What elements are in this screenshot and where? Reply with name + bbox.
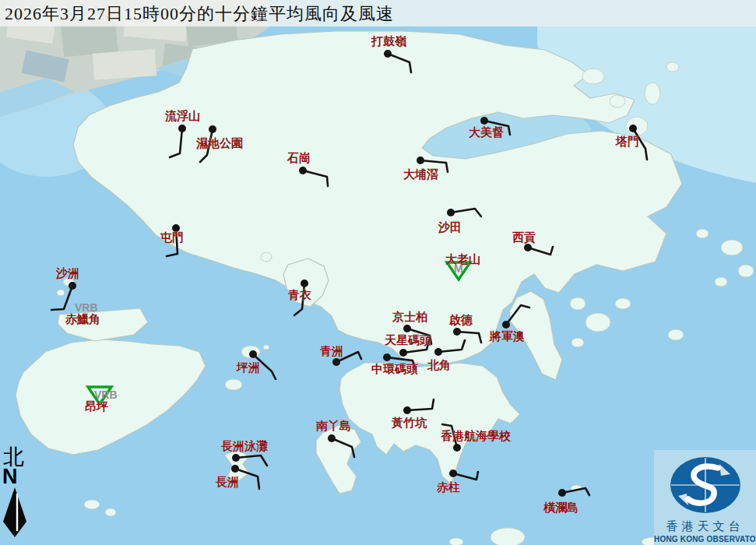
hko-logo: 香港天文台 HONG KONG OBSERVATORY bbox=[654, 450, 756, 545]
station-dot bbox=[178, 125, 186, 132]
station-dot bbox=[403, 406, 411, 414]
station-label: 將軍澳 bbox=[489, 329, 525, 343]
station-dot bbox=[299, 167, 307, 174]
station-dot bbox=[502, 321, 510, 329]
station-label: 赤鱲角 bbox=[65, 312, 100, 325]
hko-emblem-icon bbox=[668, 456, 743, 515]
station-label: 啟德 bbox=[448, 313, 473, 326]
hong-kong-wind-map: 打鼓嶺流浮山濕地公園石崗大埔滘大美督塔門沙田西貢屯門沙洲青衣京士柏啟德將軍澳天星… bbox=[0, 0, 756, 545]
station-dot bbox=[332, 358, 340, 366]
station-label: 沙田 bbox=[438, 220, 462, 234]
station-dot bbox=[232, 454, 240, 462]
station-dot bbox=[447, 209, 455, 216]
station-dot bbox=[383, 353, 391, 361]
station-label: 昂坪 bbox=[85, 399, 108, 413]
hko-english-name: HONG KONG OBSERVATORY bbox=[654, 535, 756, 543]
station-label: 石崗 bbox=[287, 151, 311, 164]
station-label: 青洲 bbox=[319, 344, 343, 357]
station-label: 沙洲 bbox=[55, 266, 79, 280]
station-dot bbox=[524, 244, 532, 251]
station-dot bbox=[249, 350, 257, 358]
station-label: 大老山 bbox=[445, 252, 480, 265]
station-label: 橫瀾島 bbox=[543, 501, 578, 514]
station-label: 屯門 bbox=[160, 230, 184, 244]
hko-chinese-name: 香港天文台 bbox=[654, 519, 756, 534]
station-dot bbox=[69, 282, 76, 290]
north-compass: 北 N bbox=[2, 447, 36, 543]
station-label: 長洲 bbox=[215, 475, 239, 488]
station-dot bbox=[231, 465, 239, 473]
station-dot bbox=[629, 125, 637, 132]
station-label: 大埔滘 bbox=[403, 167, 438, 181]
station-label: 坪洲 bbox=[236, 360, 260, 374]
station-dot bbox=[301, 280, 308, 287]
north-arrow-icon bbox=[2, 486, 30, 540]
station-label: 打鼓嶺 bbox=[371, 34, 407, 47]
station-dot bbox=[453, 328, 461, 336]
station-label: 長洲泳灘 bbox=[220, 439, 268, 452]
station-label: 流浮山 bbox=[164, 109, 200, 122]
station-dot bbox=[449, 469, 457, 477]
station-label: 天星碼頭 bbox=[384, 333, 431, 346]
station-dot bbox=[328, 434, 336, 442]
station-dot bbox=[384, 50, 392, 58]
station-label: 濕地公園 bbox=[195, 136, 243, 149]
station-label: 黃竹坑 bbox=[391, 416, 427, 429]
station-label: 大美督 bbox=[469, 125, 504, 139]
station-dot bbox=[209, 125, 216, 133]
station-label: 中環碼頭 bbox=[371, 362, 418, 375]
station-label: 塔門 bbox=[615, 135, 639, 148]
station-label: 南丫島 bbox=[315, 419, 351, 432]
station-label: 京士柏 bbox=[392, 310, 427, 323]
station-dot bbox=[558, 489, 566, 497]
station-dot bbox=[453, 444, 461, 452]
station-label: 西貢 bbox=[512, 230, 536, 244]
station-label: 香港航海學校 bbox=[440, 429, 512, 442]
station-label: 赤柱 bbox=[436, 480, 460, 494]
station-dot bbox=[434, 348, 442, 356]
station-dot bbox=[417, 156, 424, 164]
map-title: 2026年3月27日15時00分的十分鐘平均風向及風速 bbox=[5, 2, 394, 26]
station-label: 青衣 bbox=[287, 288, 311, 301]
station-dot bbox=[403, 325, 411, 332]
north-letter-label: N bbox=[2, 467, 36, 486]
station-dot bbox=[399, 349, 407, 357]
wind-map-screen: 打鼓嶺流浮山濕地公園石崗大埔滘大美督塔門沙田西貢屯門沙洲青衣京士柏啟德將軍澳天星… bbox=[0, 0, 756, 545]
station-dot bbox=[480, 117, 488, 125]
station-label: 北角 bbox=[427, 358, 451, 371]
